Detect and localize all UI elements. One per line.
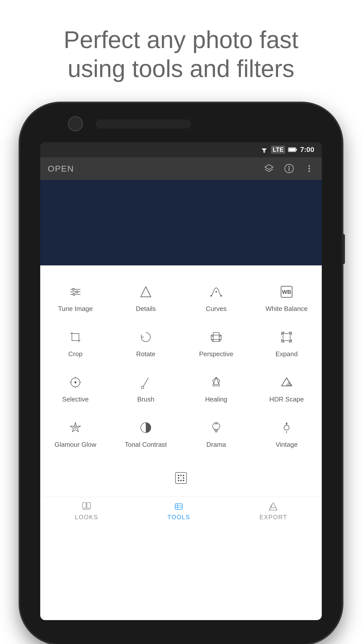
svg-point-19 bbox=[210, 295, 212, 297]
nav-looks[interactable]: LOOKS bbox=[75, 501, 98, 521]
svg-point-60 bbox=[178, 475, 179, 476]
svg-point-65 bbox=[178, 480, 179, 481]
tool-tonal-contrast[interactable]: Tonal Contrast bbox=[111, 411, 181, 457]
healing-label: Healing bbox=[205, 395, 227, 404]
layers-icon[interactable] bbox=[264, 164, 274, 174]
tools-panel: Tune Image Details bbox=[40, 265, 322, 620]
selective-icon bbox=[67, 374, 84, 391]
tool-glamour-glow[interactable]: Glamour Glow bbox=[40, 411, 111, 457]
info-icon[interactable] bbox=[284, 164, 294, 174]
svg-point-8 bbox=[289, 166, 290, 167]
nav-export[interactable]: EXPORT bbox=[259, 501, 287, 521]
svg-line-40 bbox=[143, 378, 148, 386]
curves-icon bbox=[207, 283, 225, 301]
status-icons: LTE 7:00 bbox=[260, 146, 314, 154]
status-time: 7:00 bbox=[300, 146, 314, 154]
export-label: EXPORT bbox=[259, 514, 287, 521]
svg-point-20 bbox=[215, 291, 217, 293]
lte-badge: LTE bbox=[271, 146, 285, 154]
svg-rect-4 bbox=[289, 148, 295, 151]
tool-expand[interactable]: Expand bbox=[251, 321, 322, 366]
svg-point-10 bbox=[308, 168, 310, 169]
vintage-label: Vintage bbox=[276, 440, 298, 449]
brush-icon bbox=[137, 374, 155, 391]
brush-label: Brush bbox=[137, 395, 154, 404]
svg-line-25 bbox=[211, 335, 213, 337]
phone-camera bbox=[68, 116, 83, 131]
tool-tune-image[interactable]: Tune Image bbox=[40, 275, 111, 321]
curves-label: Curves bbox=[206, 305, 227, 313]
hdr-scape-label: HDR Scape bbox=[269, 395, 304, 404]
hero-line1: Perfect any photo fast bbox=[64, 26, 298, 53]
tool-extra[interactable] bbox=[146, 462, 216, 494]
wifi-icon bbox=[260, 146, 268, 153]
tools-icon bbox=[173, 501, 184, 512]
glamour-glow-icon bbox=[67, 419, 84, 436]
tool-hdr-scape[interactable]: HDR Scape bbox=[251, 366, 322, 411]
tool-curves[interactable]: Curves bbox=[181, 275, 251, 321]
svg-line-31 bbox=[211, 340, 213, 342]
svg-point-16 bbox=[76, 291, 78, 293]
photo-preview bbox=[40, 180, 322, 265]
svg-marker-1 bbox=[263, 151, 265, 153]
tool-healing[interactable]: Healing bbox=[181, 366, 251, 411]
svg-rect-33 bbox=[283, 334, 290, 341]
tool-drama[interactable]: Drama bbox=[181, 411, 251, 457]
extra-icon bbox=[172, 469, 190, 487]
svg-marker-5 bbox=[265, 165, 273, 170]
app-bar: OPEN bbox=[40, 157, 322, 180]
svg-point-15 bbox=[72, 288, 74, 290]
svg-point-66 bbox=[180, 480, 182, 481]
drama-label: Drama bbox=[206, 440, 226, 449]
looks-label: LOOKS bbox=[75, 514, 98, 521]
svg-point-56 bbox=[284, 425, 289, 430]
svg-rect-3 bbox=[296, 149, 297, 150]
hero-line2: using tools and filters bbox=[68, 55, 294, 82]
svg-text:WB: WB bbox=[282, 289, 291, 295]
svg-point-67 bbox=[183, 480, 184, 481]
svg-point-64 bbox=[183, 477, 184, 479]
svg-marker-49 bbox=[73, 425, 77, 429]
svg-point-9 bbox=[308, 165, 310, 167]
tools-label: TOOLS bbox=[167, 514, 190, 521]
svg-point-51 bbox=[213, 423, 220, 430]
tool-perspective[interactable]: Perspective bbox=[181, 321, 251, 366]
rotate-label: Rotate bbox=[136, 350, 156, 358]
crop-label: Crop bbox=[68, 350, 82, 358]
svg-marker-58 bbox=[286, 422, 288, 424]
vintage-icon bbox=[278, 419, 295, 436]
svg-point-17 bbox=[73, 293, 75, 295]
tool-selective[interactable]: Selective bbox=[40, 366, 111, 411]
more-icon[interactable] bbox=[304, 164, 314, 174]
svg-marker-0 bbox=[262, 148, 267, 151]
tune-image-label: Tune Image bbox=[58, 305, 93, 313]
tool-white-balance[interactable]: WB White Balance bbox=[251, 275, 322, 321]
svg-rect-59 bbox=[175, 472, 187, 484]
healing-icon bbox=[207, 374, 225, 391]
svg-line-72 bbox=[273, 503, 277, 510]
tools-grid: Tune Image Details bbox=[40, 275, 322, 456]
svg-point-63 bbox=[178, 477, 179, 479]
details-icon bbox=[137, 283, 155, 301]
tonal-contrast-label: Tonal Contrast bbox=[125, 440, 167, 449]
tool-vintage[interactable]: Vintage bbox=[251, 411, 322, 457]
perspective-icon bbox=[207, 328, 225, 346]
white-balance-label: White Balance bbox=[265, 305, 308, 313]
svg-rect-70 bbox=[175, 504, 182, 509]
open-button[interactable]: OPEN bbox=[48, 164, 74, 174]
tool-rotate[interactable]: Rotate bbox=[111, 321, 181, 366]
tool-details[interactable]: Details bbox=[111, 275, 181, 321]
svg-marker-18 bbox=[141, 287, 151, 297]
tool-brush[interactable]: Brush bbox=[111, 366, 181, 411]
app-bar-icons bbox=[264, 164, 314, 174]
svg-line-71 bbox=[269, 503, 273, 510]
svg-point-35 bbox=[74, 381, 76, 383]
tool-crop[interactable]: Crop bbox=[40, 321, 111, 366]
tonal-contrast-icon bbox=[137, 419, 155, 436]
svg-point-61 bbox=[180, 475, 182, 476]
looks-icon bbox=[81, 501, 92, 512]
details-label: Details bbox=[136, 305, 156, 313]
svg-point-62 bbox=[183, 475, 184, 476]
crop-icon bbox=[67, 328, 84, 346]
nav-tools[interactable]: TOOLS bbox=[167, 501, 190, 521]
